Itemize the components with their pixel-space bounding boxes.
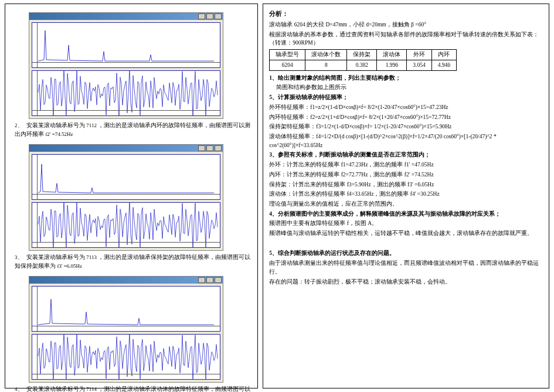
section-3-line: 内环：计算出来的特征频率 f2=72.77Hz，测出的频率 f2' =74.52… — [269, 171, 543, 179]
formula-f1: 外环特征频率：f1=z/2×(1-d/D×cosβ)×f= 8/2×(1-20/… — [269, 103, 543, 112]
section-1-title: 1、绘出测量对象的结构简图，列出主要结构参数； — [269, 74, 543, 83]
minimize-icon — [198, 13, 205, 19]
window-titlebar — [29, 13, 223, 20]
left-column: 2、 安装某滚动轴承标号为 7112 ，测出的是滚动轴承内环的故障特征频率，由频… — [5, 4, 258, 388]
spectrum-top-plot — [32, 22, 220, 68]
minimize-icon — [198, 277, 205, 283]
analysis-heading: 分析： — [269, 9, 543, 19]
section-3-line: 外环：计算出来的特征频率 f1=47.23Hz，测出的频率 f1' =47.05… — [269, 161, 543, 169]
bearing-id: 7112 — [86, 122, 97, 128]
caption-text-a: 安装某滚动轴承标号为 — [26, 254, 86, 260]
caption-index: 3、 — [15, 254, 23, 260]
th: 外环 — [407, 50, 431, 60]
figure-2 — [29, 144, 222, 251]
window-titlebar — [29, 145, 223, 152]
table-row: 6204 8 0.382 1.996 3.054 4.946 — [270, 60, 457, 70]
caption-index: 4、 — [15, 386, 23, 392]
section-3-title: 3、参照有关标准，判断振动轴承的测量值是否在正常范围内； — [269, 151, 543, 159]
bearing-id: 7114 — [86, 386, 97, 392]
figure-3 — [29, 276, 222, 383]
caption-var: f3' =6.05Hz — [57, 263, 82, 269]
freq-ratio-table: 轴承型号 滚动体个数 保持架 滚动体 外环 内环 6204 8 0.382 1.… — [269, 49, 457, 70]
table-row: 轴承型号 滚动体个数 保持架 滚动体 外环 内环 — [270, 50, 457, 60]
td: 6204 — [270, 60, 305, 70]
spectrum-window — [29, 144, 223, 251]
td: 4.946 — [431, 60, 456, 70]
caption-text-a: 安装某滚动轴承标号为 — [26, 386, 86, 392]
section-4-line: 频谱峰值与滚动轴承运转的平稳性相关，运转越不平稳，峰值就会越大，滚动轴承存在的故… — [269, 229, 543, 238]
figure-3-caption: 4、 安装某滚动轴承标号为 7114 ，测出的是滚动轴承滚动体的故障特征频率，由… — [15, 385, 251, 392]
caption-var: f2' =74.52Hz — [45, 131, 73, 137]
figure-1-caption: 2、 安装某滚动轴承标号为 7112 ，测出的是滚动轴承内环的故障特征频率，由频… — [15, 121, 251, 138]
th: 保持架 — [347, 50, 377, 60]
window-titlebar — [29, 277, 223, 284]
td: 3.054 — [407, 60, 431, 70]
section-5b-title: 5、综合判断振动轴承的运行状态及存在的问题。 — [269, 249, 543, 258]
close-icon — [215, 13, 222, 19]
th: 滚动体 — [377, 50, 407, 60]
section-3-line: 滚动体：计算出来的特征频率 f4=33.65Hz，测出的频率 f4' =30.2… — [269, 190, 543, 199]
bearing-id: 7113 — [86, 254, 97, 260]
formula-f3: 保持架特征频率：f3=1/2×(1-d/D×cosβ)×f= 1/2×(1-20… — [269, 122, 543, 131]
intro-line-1: 滚动轴承 6204 的大径 D=47mm，小径 d=20mm，接触角 β =60… — [269, 21, 543, 29]
spectrum-window — [29, 276, 223, 383]
maximize-icon — [206, 13, 213, 19]
th: 内环 — [431, 50, 456, 60]
spectrum-bottom-plot — [32, 202, 220, 248]
caption-text-a: 安装某滚动轴承标号为 — [26, 122, 86, 128]
spectrum-top-plot — [32, 286, 220, 332]
figure-1 — [29, 12, 222, 119]
section-5b-line: 由于滚动轴承测量出来的特征频率值与理论值相近，而且频谱峰值波动相对平稳，因而滚动… — [269, 259, 543, 276]
right-column: 分析： 滚动轴承 6204 的大径 D=47mm，小径 d=20mm，接触角 β… — [263, 4, 549, 388]
close-icon — [215, 145, 222, 151]
td: 1.996 — [377, 60, 407, 70]
section-5a-title: 5、计算振动轴承的特征频率； — [269, 93, 543, 102]
section-3-line: 理论值与测量出来的值相近，应在正常的范围内。 — [269, 200, 543, 209]
th: 轴承型号 — [270, 50, 305, 60]
td: 0.382 — [347, 60, 377, 70]
formula-f4: 滚动体特征频率：f4=1/2×D/(d cosβ)×[1-(d/D)^2×cos… — [269, 132, 543, 149]
td: 8 — [305, 60, 347, 70]
minimize-icon — [198, 145, 205, 151]
formula-f2: 内环特征频率：f2=z/2×(1+d/D×cosβ)×f= 8/2×(1+20/… — [269, 113, 543, 122]
maximize-icon — [206, 145, 213, 151]
th: 滚动体个数 — [305, 50, 347, 60]
intro-line-2: 根据滚动轴承的基本参数，通过查阅资料可知轴承各部件的故障频率相对于轴承转速的倍数… — [269, 30, 543, 47]
section-4-line: 频谱图中主要有故障特征频率 f，按图 A。 — [269, 219, 543, 228]
spectrum-bottom-plot — [32, 70, 220, 116]
figure-2-caption: 3、 安装某滚动轴承标号为 7113 ，测出的是滚动轴承保持架的故障特征频率，由… — [15, 253, 251, 270]
maximize-icon — [206, 277, 213, 283]
spectrum-bottom-plot — [32, 334, 220, 380]
section-1-body: 简图和结构参数如上图所示 — [276, 83, 543, 92]
spectrum-window — [29, 12, 223, 119]
section-5b-line: 存在的问题：转子振动剧烈，极不平稳；滚动轴承安装不稳，会抖动。 — [269, 278, 543, 287]
section-4-title: 4、分析频谱图中的主要频率成分，解释频谱峰值的来源及其与振动轴承故障的对应关系； — [269, 210, 543, 219]
spectrum-top-plot — [32, 154, 220, 200]
caption-index: 2、 — [15, 122, 23, 128]
section-3-line: 保持架：计算出来的特征频率 f3=5.90Hz，测出的频率 f3' =6.05H… — [269, 180, 543, 189]
close-icon — [215, 277, 222, 283]
